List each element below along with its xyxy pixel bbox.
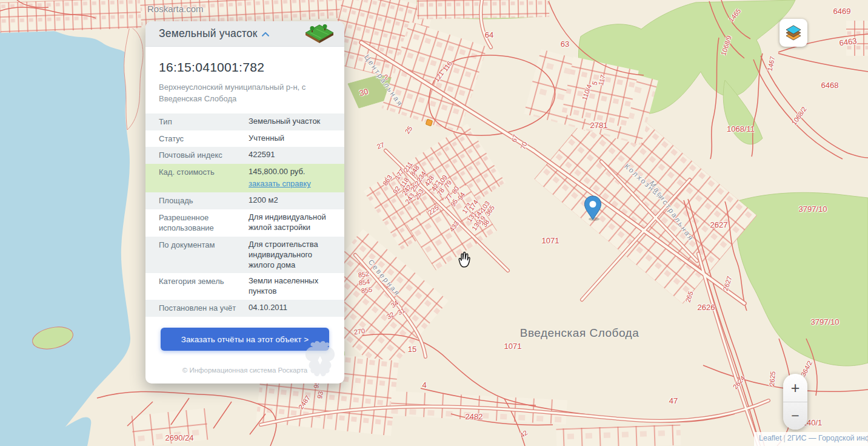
table-row: Статус Учтенный — [145, 130, 344, 147]
layers-button[interactable] — [780, 19, 807, 47]
table-row: Категория земель Земли населенных пункто… — [145, 273, 344, 300]
collapse-chevron-icon[interactable] — [262, 30, 269, 37]
layers-icon — [784, 24, 803, 42]
parcel-info-panel: Земельный участок 16:15:041001:782 Верхн… — [145, 21, 344, 383]
cadastral-value: 145,800.00 руб. — [249, 167, 305, 176]
panel-header: Земельный участок — [145, 21, 344, 47]
cadastral-number: 16:15:041001:782 — [145, 47, 344, 75]
parcel-address: Верхнеуслонский муниципальный р-н, с Вве… — [145, 75, 344, 113]
poi-icon[interactable] — [425, 118, 433, 127]
order-certificate-link[interactable]: заказать справку — [249, 179, 311, 189]
zoom-out-button[interactable]: − — [783, 402, 807, 430]
table-row: Площадь 1200 м2 — [145, 192, 344, 209]
panel-footer: © Информационная система Роскарта — [145, 367, 344, 374]
eagle-watermark-icon — [304, 340, 336, 380]
table-row: По документам Для строительства индивиду… — [145, 237, 344, 274]
site-watermark: Roskarta.com — [147, 4, 204, 14]
table-row-cadastral-value: Кад. стоимость 145,800.00 руб. заказать … — [145, 164, 344, 192]
zoom-control: + − — [783, 374, 807, 430]
zoom-in-button[interactable]: + — [783, 374, 807, 402]
leaflet-link[interactable]: Leaflet — [759, 434, 782, 442]
map-app: 6469646364681068/113797/10262726263797/1… — [0, 0, 868, 446]
table-row: Постановлен на учёт 04.10.2011 — [145, 300, 344, 317]
table-row: Почтовый индекс 422591 — [145, 147, 344, 164]
table-row: Разрешенное использование Для индивидуал… — [145, 209, 344, 237]
map-canvas[interactable] — [0, 0, 868, 446]
footer-copyright: © Информационная система Роскарта — [182, 367, 307, 374]
parcel-attributes-table: Тип Земельный участок Статус Учтенный По… — [145, 113, 344, 317]
table-row: Тип Земельный участок — [145, 113, 344, 130]
map-attribution: Leaflet|2ГИС — Городской инф — [754, 432, 868, 446]
panel-title: Земельный участок — [159, 27, 258, 40]
provider-link[interactable]: 2ГИС — Городской инф — [787, 434, 868, 442]
map-pin-marker[interactable] — [584, 195, 602, 221]
land-plot-icon — [303, 22, 336, 46]
